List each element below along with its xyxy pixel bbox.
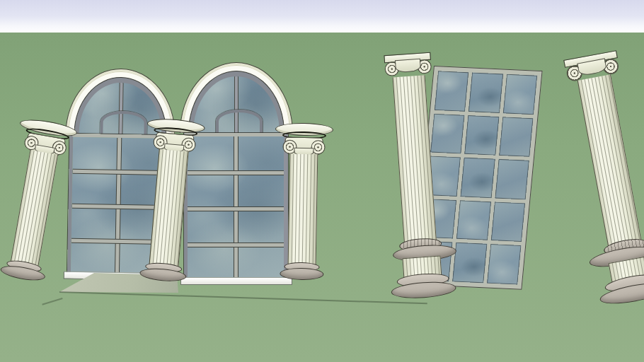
viewport-canvas[interactable] — [0, 0, 644, 362]
column-shaft — [577, 74, 642, 247]
capital-volute-block — [284, 137, 323, 156]
muntin-horizontal — [188, 243, 284, 247]
muntin-horizontal — [188, 207, 284, 211]
glass-pane — [468, 72, 503, 112]
glass-pane — [499, 117, 534, 157]
muntin-horizontal — [188, 171, 284, 175]
echinus — [395, 59, 421, 73]
glass-pane — [487, 244, 522, 284]
sky — [0, 0, 644, 33]
column-shaft — [149, 149, 189, 267]
column-shaft — [393, 75, 437, 244]
glass-pane — [461, 158, 495, 198]
glass-pane — [502, 74, 537, 115]
arch-muntin-ring — [100, 110, 147, 134]
glass-pane — [495, 159, 529, 199]
column-base-lower — [280, 267, 323, 280]
glass-pane — [464, 115, 499, 156]
arch-muntin-ring — [216, 110, 263, 133]
ionic-column-3 — [273, 118, 333, 281]
window-glass — [188, 136, 284, 281]
glass-pane — [490, 202, 525, 242]
column-shaft — [11, 150, 58, 267]
column-shaft — [288, 154, 318, 265]
glass-pane — [456, 200, 491, 240]
arch-glass — [193, 76, 280, 133]
glass-pane — [452, 243, 487, 283]
